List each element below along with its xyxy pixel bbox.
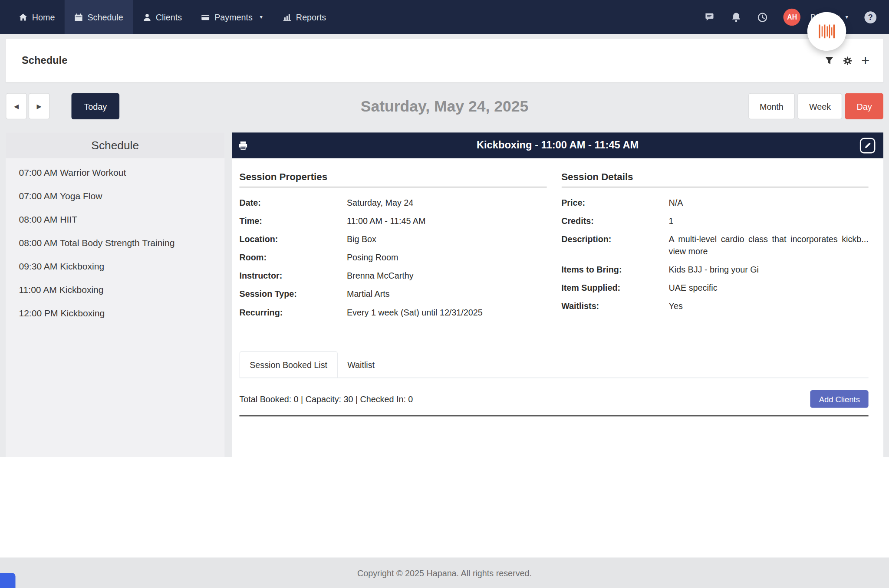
- list-item[interactable]: 08:00 AM Total Body Strength Training: [6, 231, 224, 255]
- person-icon: [142, 13, 151, 22]
- session-properties-heading: Session Properties: [239, 171, 546, 187]
- property-label: Room:: [239, 251, 346, 263]
- page-header-actions: +: [825, 56, 883, 65]
- bar-chart-icon: [283, 13, 292, 22]
- property-value: Every 1 week (Sat) until 12/31/2025: [347, 306, 547, 318]
- today-button[interactable]: Today: [72, 93, 120, 120]
- detail-row: Items to Bring:Kids BJJ - bring your Gi: [561, 263, 868, 276]
- detail-row: Waitlists:Yes: [561, 300, 868, 312]
- nav-item-reports[interactable]: Reports: [273, 0, 336, 34]
- nav-item-clients[interactable]: Clients: [133, 0, 191, 34]
- nav-item-home[interactable]: Home: [9, 0, 65, 34]
- list-item[interactable]: 07:00 AM Yoga Flow: [6, 184, 224, 208]
- list-item[interactable]: 12:00 PM Kickboxing: [6, 302, 224, 325]
- list-item[interactable]: 08:00 AM HIIT: [6, 208, 224, 231]
- pencil-icon: [863, 141, 871, 149]
- home-icon: [19, 13, 27, 22]
- scan-widget-button[interactable]: [807, 12, 846, 51]
- session-properties-column: Session Properties Date:Saturday, May 24…: [239, 158, 546, 325]
- description-label: Description:: [561, 233, 668, 257]
- navbar-actions: AH Big Box ▼ ?: [705, 0, 889, 34]
- property-label: Recurring:: [239, 306, 346, 318]
- printer-icon: [238, 141, 248, 150]
- filter-button[interactable]: [825, 56, 834, 65]
- tab-session-booked-list[interactable]: Session Booked List: [239, 351, 337, 378]
- detail-label: Waitlists:: [561, 300, 668, 312]
- help-icon[interactable]: ?: [864, 11, 876, 23]
- booking-tabs: Session Booked List Waitlist: [239, 351, 868, 378]
- date-navigation: ◀ ▶ Today Saturday, May 24, 2025 Month W…: [0, 93, 889, 120]
- bell-icon: [731, 12, 742, 23]
- clock-icon: [757, 12, 768, 23]
- tab-waitlist[interactable]: Waitlist: [338, 351, 385, 378]
- add-clients-button[interactable]: Add Clients: [810, 390, 869, 408]
- detail-value: 1: [669, 215, 869, 227]
- main-panels: Schedule 07:00 AM Warrior Workout 07:00 …: [6, 132, 883, 457]
- detail-row: Credits:1: [561, 215, 868, 227]
- session-header-bar: Kickboxing - 11:00 AM - 11:45 AM: [232, 132, 883, 158]
- view-switcher: Month Week Day: [748, 93, 883, 120]
- session-details-column: Session Details Price:N/A Credits:1 Desc…: [561, 158, 868, 325]
- view-week-button[interactable]: Week: [798, 93, 843, 120]
- session-title: Kickboxing - 11:00 AM - 11:45 AM: [477, 139, 639, 151]
- detail-label: Credits:: [561, 215, 668, 227]
- property-label: Session Type:: [239, 288, 346, 300]
- add-session-button[interactable]: +: [861, 56, 869, 65]
- schedule-sidebar: Schedule 07:00 AM Warrior Workout 07:00 …: [6, 132, 224, 457]
- print-button[interactable]: [238, 141, 248, 150]
- detail-value: UAE specific: [669, 282, 869, 294]
- session-panel: Kickboxing - 11:00 AM - 11:45 AM Session…: [232, 132, 883, 457]
- gear-icon: [843, 56, 853, 65]
- avatar[interactable]: AH: [784, 9, 800, 26]
- schedule-list-title: Schedule: [6, 132, 224, 158]
- nav-item-payments[interactable]: Payments ▼: [192, 0, 273, 34]
- booked-table-divider: [239, 415, 868, 417]
- schedule-list: 07:00 AM Warrior Workout 07:00 AM Yoga F…: [6, 158, 224, 325]
- nav-label-clients: Clients: [156, 12, 182, 22]
- history-button[interactable]: [757, 12, 768, 23]
- description-row: Description: A multi-level cardio class …: [561, 233, 868, 257]
- list-item[interactable]: 09:30 AM Kickboxing: [6, 255, 224, 278]
- property-value: Posing Room: [347, 251, 547, 263]
- view-more-link[interactable]: view more: [669, 246, 708, 256]
- chat-icon: [705, 12, 715, 23]
- view-month-button[interactable]: Month: [748, 93, 795, 120]
- page-content: Schedule + ◀ ▶ Today Saturday, May 24, 2…: [0, 39, 889, 457]
- prev-day-button[interactable]: ◀: [6, 93, 27, 120]
- list-item[interactable]: 07:00 AM Warrior Workout: [6, 161, 224, 184]
- page-header-card: Schedule +: [6, 39, 883, 82]
- session-details-heading: Session Details: [561, 171, 868, 187]
- detail-row: Item Supplied:UAE specific: [561, 282, 868, 294]
- property-row: Time:11:00 AM - 11:45 AM: [239, 215, 546, 227]
- next-day-button[interactable]: ▶: [29, 93, 50, 120]
- main-nav: Home Schedule Clients Payments ▼ Reports: [0, 0, 336, 34]
- list-item[interactable]: 11:00 AM Kickboxing: [6, 278, 224, 302]
- description-value: A multi-level cardio class that incorpor…: [669, 233, 869, 257]
- description-text: A multi-level cardio class that incorpor…: [669, 234, 869, 244]
- booking-summary-row: Total Booked: 0 | Capacity: 30 | Checked…: [239, 390, 868, 408]
- chat-widget-button[interactable]: [0, 573, 16, 588]
- page-title: Schedule: [6, 55, 67, 67]
- session-body: Session Properties Date:Saturday, May 24…: [232, 158, 883, 417]
- property-row: Room:Posing Room: [239, 251, 546, 263]
- settings-button[interactable]: [843, 56, 853, 65]
- top-navbar: Home Schedule Clients Payments ▼ Reports: [0, 0, 889, 34]
- nav-label-payments: Payments: [214, 12, 253, 22]
- view-day-button[interactable]: Day: [845, 93, 883, 120]
- messages-button[interactable]: [705, 12, 715, 23]
- property-row: Session Type:Martial Arts: [239, 288, 546, 300]
- property-value: Saturday, May 24: [347, 197, 547, 209]
- property-value: Big Box: [347, 233, 547, 245]
- credit-card-icon: [201, 13, 210, 22]
- property-label: Time:: [239, 215, 346, 227]
- chevron-down-icon: ▼: [844, 15, 849, 20]
- detail-label: Item Supplied:: [561, 282, 668, 294]
- property-row: Date:Saturday, May 24: [239, 197, 546, 209]
- caret-right-icon: ▶: [37, 102, 42, 110]
- detail-label: Items to Bring:: [561, 263, 668, 276]
- edit-session-button[interactable]: [860, 138, 876, 153]
- nav-item-schedule[interactable]: Schedule: [65, 0, 133, 34]
- detail-row: Price:N/A: [561, 197, 868, 209]
- nav-label-reports: Reports: [296, 12, 326, 22]
- notifications-button[interactable]: [731, 12, 742, 23]
